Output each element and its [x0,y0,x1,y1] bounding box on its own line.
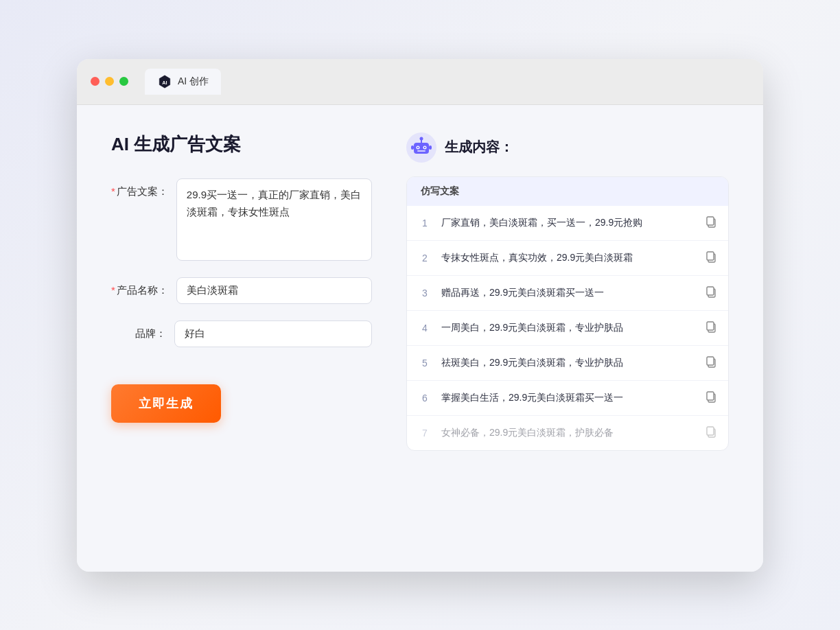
row-number: 5 [418,358,432,369]
copy-icon[interactable] [705,285,717,301]
copy-icon[interactable] [705,355,717,371]
table-row: 4一周美白，29.9元美白淡斑霜，专业护肤品 [407,311,728,346]
copy-icon[interactable] [705,425,717,441]
brand-input[interactable] [174,320,372,347]
svg-rect-18 [707,287,714,295]
copy-icon[interactable] [705,390,717,406]
ad-copy-label: *广告文案： [111,178,168,198]
minimize-button[interactable] [105,77,114,86]
row-text: 赠品再送，29.9元美白淡斑霜买一送一 [441,285,695,300]
brand-group: 品牌： [111,320,372,347]
row-number: 1 [418,218,432,229]
row-text: 一周美白，29.9元美白淡斑霜，专业护肤品 [441,320,695,335]
row-number: 3 [418,288,432,299]
robot-icon [406,132,436,163]
browser-content: AI 生成广告文案 *广告文案： 29.9买一送一，真正的厂家直销，美白淡斑霜，… [77,105,763,572]
svg-rect-12 [429,145,432,150]
svg-rect-20 [707,322,714,330]
row-text: 厂家直销，美白淡斑霜，买一送一，29.9元抢购 [441,215,695,230]
product-name-input[interactable] [176,277,372,304]
ad-copy-input[interactable]: 29.9买一送一，真正的厂家直销，美白淡斑霜，专抹女性斑点 [176,178,372,261]
row-text: 祛斑美白，29.9元美白淡斑霜，专业护肤品 [441,355,695,370]
copy-icon[interactable] [705,250,717,266]
svg-rect-14 [707,217,714,225]
brand-label: 品牌： [111,320,166,340]
product-name-label: *产品名称： [111,277,168,297]
table-row: 7女神必备，29.9元美白淡斑霜，护肤必备 [407,416,728,450]
svg-point-7 [424,146,425,148]
svg-rect-3 [414,143,429,154]
table-row: 5祛斑美白，29.9元美白淡斑霜，专业护肤品 [407,346,728,381]
row-number: 7 [418,428,432,439]
browser-window: AI AI 创作 AI 生成广告文案 *广告文案： 29.9买一送一，真正的厂家… [77,59,763,572]
result-table-header: 仿写文案 [407,177,728,206]
browser-titlebar: AI AI 创作 [77,59,763,105]
ai-tab-icon: AI [157,74,172,89]
svg-rect-26 [707,427,714,435]
svg-rect-22 [707,357,714,365]
left-panel: AI 生成广告文案 *广告文案： 29.9买一送一，真正的厂家直销，美白淡斑霜，… [111,132,372,537]
svg-point-6 [417,146,419,148]
row-text: 专抹女性斑点，真实功效，29.9元美白淡斑霜 [441,250,695,265]
copy-icon[interactable] [705,320,717,336]
svg-text:AI: AI [162,79,167,85]
product-name-required: * [111,284,115,296]
product-name-group: *产品名称： [111,277,372,304]
page-title: AI 生成广告文案 [111,132,372,156]
copy-icon[interactable] [705,215,717,231]
close-button[interactable] [91,77,100,86]
tab-label: AI 创作 [178,75,209,88]
maximize-button[interactable] [119,77,128,86]
ad-copy-group: *广告文案： 29.9买一送一，真正的厂家直销，美白淡斑霜，专抹女性斑点 [111,178,372,261]
table-row: 2专抹女性斑点，真实功效，29.9元美白淡斑霜 [407,241,728,276]
svg-rect-16 [707,252,714,260]
tab-ai-creation[interactable]: AI AI 创作 [145,69,221,95]
table-row: 1厂家直销，美白淡斑霜，买一送一，29.9元抢购 [407,206,728,241]
result-title: 生成内容： [445,138,513,156]
result-header: 生成内容： [406,132,729,163]
row-number: 4 [418,323,432,334]
result-rows-container: 1厂家直销，美白淡斑霜，买一送一，29.9元抢购2专抹女性斑点，真实功效，29.… [407,206,728,450]
traffic-lights [91,77,128,86]
ad-copy-required: * [111,185,115,197]
row-text: 女神必备，29.9元美白淡斑霜，护肤必备 [441,425,695,440]
svg-point-10 [420,137,423,140]
table-row: 6掌握美白生活，29.9元美白淡斑霜买一送一 [407,381,728,416]
svg-rect-24 [707,392,714,400]
svg-rect-11 [411,145,414,150]
table-row: 3赠品再送，29.9元美白淡斑霜买一送一 [407,276,728,311]
result-table: 仿写文案 1厂家直销，美白淡斑霜，买一送一，29.9元抢购2专抹女性斑点，真实功… [406,176,729,451]
row-text: 掌握美白生活，29.9元美白淡斑霜买一送一 [441,390,695,405]
row-number: 6 [418,393,432,404]
generate-button[interactable]: 立即生成 [111,384,221,423]
svg-rect-8 [417,150,425,152]
right-panel: 生成内容： 仿写文案 1厂家直销，美白淡斑霜，买一送一，29.9元抢购2专抹女性… [406,132,729,537]
row-number: 2 [418,253,432,264]
